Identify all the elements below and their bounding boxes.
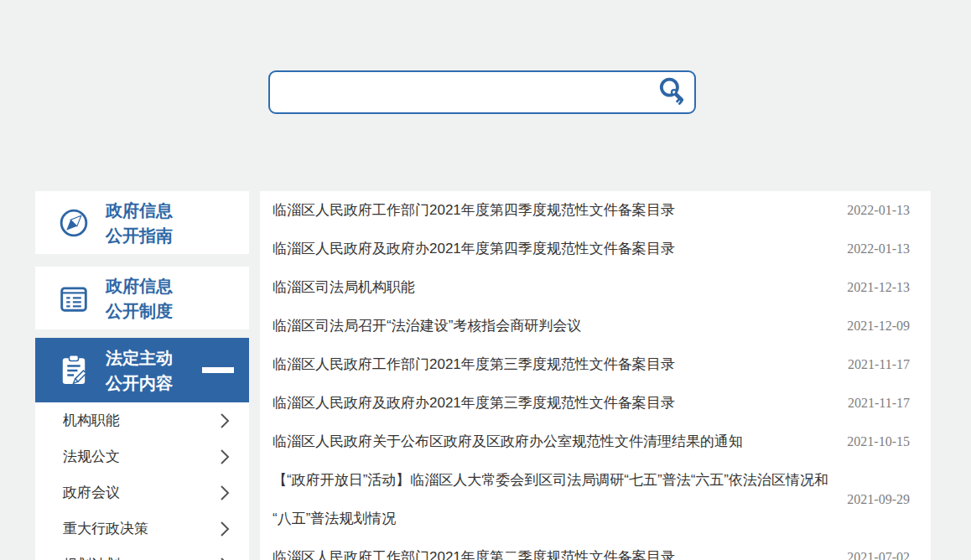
sidebar: 政府信息 公开指南 政府信息 公开制度 — [35, 191, 249, 560]
sidebar-item-statutory-disclosure[interactable]: 法定主动 公开内容 — [35, 338, 249, 402]
list-item[interactable]: 临淄区人民政府工作部门2021年度第二季度规范性文件备案目录 2021-07-0… — [260, 538, 931, 560]
sidebar-item-agency-functions[interactable]: 机构职能 — [35, 402, 249, 438]
sidebar-item-major-decisions[interactable]: 重大行政决策 — [35, 511, 249, 547]
sidebar-item-plans[interactable]: 规划计划 — [35, 547, 249, 560]
search-button[interactable] — [651, 72, 694, 112]
compass-icon — [55, 205, 94, 241]
article-title[interactable]: 临淄区人民政府工作部门2021年度第四季度规范性文件备案目录 — [273, 191, 830, 230]
chevron-right-icon — [219, 412, 231, 430]
list-item[interactable]: 临淄区人民政府工作部门2021年度第四季度规范性文件备案目录 2022-01-1… — [260, 191, 931, 230]
article-date: 2021-11-17 — [848, 396, 910, 411]
article-date: 2021-09-29 — [847, 492, 910, 507]
list-item[interactable]: 临淄区司法局召开“法治建设”考核指会商研判会议 2021-12-09 — [260, 307, 931, 345]
sidebar-item-label: 政府信息 公开指南 — [106, 198, 173, 248]
sidebar-item-open-system[interactable]: 政府信息 公开制度 — [35, 267, 249, 329]
chevron-right-icon — [219, 556, 231, 560]
article-list: 临淄区人民政府工作部门2021年度第四季度规范性文件备案目录 2022-01-1… — [260, 191, 931, 560]
list-item[interactable]: 【“政府开放日”活动】临淄区人大常委会到区司法局调研“七五”普法“六五”依法治区… — [260, 461, 931, 538]
article-title[interactable]: 临淄区司法局召开“法治建设”考核指会商研判会议 — [273, 307, 830, 345]
list-item[interactable]: 临淄区人民政府及政府办2021年度第四季度规范性文件备案目录 2022-01-1… — [260, 230, 931, 268]
article-date: 2021-12-13 — [847, 280, 910, 295]
article-date: 2022-01-13 — [847, 203, 910, 218]
collapse-minus-icon[interactable] — [202, 367, 234, 373]
sidebar-item-regulations[interactable]: 法规公文 — [35, 438, 249, 474]
article-date: 2021-07-02 — [847, 550, 910, 560]
article-title[interactable]: 临淄区司法局机构职能 — [273, 268, 830, 307]
sidebar-item-open-guide[interactable]: 政府信息 公开指南 — [35, 191, 249, 254]
sidebar-item-gov-meetings[interactable]: 政府会议 — [35, 474, 249, 511]
chevron-right-icon — [219, 448, 231, 466]
article-date: 2021-10-15 — [847, 434, 910, 449]
page: 政府信息 公开指南 政府信息 公开制度 — [0, 0, 971, 560]
list-item[interactable]: 临淄区人民政府关于公布区政府及区政府办公室规范性文件清理结果的通知 2021-1… — [260, 423, 931, 461]
article-title[interactable]: 临淄区人民政府及政府办2021年度第三季度规范性文件备案目录 — [273, 384, 831, 423]
article-date: 2021-12-09 — [847, 319, 910, 334]
list-item[interactable]: 临淄区人民政府及政府办2021年度第三季度规范性文件备案目录 2021-11-1… — [260, 384, 931, 423]
article-title[interactable]: 临淄区人民政府及政府办2021年度第四季度规范性文件备案目录 — [273, 230, 830, 268]
chevron-right-icon — [219, 484, 231, 502]
menu-item-label: 规划计划 — [63, 555, 120, 560]
search-icon — [656, 75, 689, 109]
article-date: 2021-11-17 — [848, 357, 910, 372]
menu-item-label: 政府会议 — [63, 483, 120, 502]
sidebar-item-label: 政府信息 公开制度 — [106, 273, 173, 324]
sidebar-item-label: 法定主动 公开内容 — [106, 345, 173, 396]
menu-item-label: 重大行政决策 — [63, 519, 148, 538]
article-title[interactable]: 临淄区人民政府关于公布区政府及区政府办公室规范性文件清理结果的通知 — [273, 423, 830, 461]
menu-item-label: 法规公文 — [63, 447, 120, 466]
article-title[interactable]: 【“政府开放日”活动】临淄区人大常委会到区司法局调研“七五”普法“六五”依法治区… — [273, 461, 830, 538]
menu-item-label: 机构职能 — [63, 411, 120, 430]
search-box — [268, 70, 696, 114]
article-title[interactable]: 临淄区人民政府工作部门2021年度第二季度规范性文件备案目录 — [273, 538, 830, 560]
sidebar-submenu: 机构职能 法规公文 政府会议 重大行政决策 — [35, 402, 249, 560]
clipboard-pencil-icon — [55, 352, 94, 389]
article-title[interactable]: 临淄区人民政府工作部门2021年度第三季度规范性文件备案目录 — [273, 345, 831, 384]
notebook-icon — [55, 280, 94, 317]
list-item[interactable]: 临淄区司法局机构职能 2021-12-13 — [260, 268, 931, 307]
chevron-right-icon — [219, 520, 231, 538]
article-date: 2022-01-13 — [847, 241, 910, 257]
list-item[interactable]: 临淄区人民政府工作部门2021年度第三季度规范性文件备案目录 2021-11-1… — [260, 345, 931, 384]
search-input[interactable] — [270, 72, 651, 112]
